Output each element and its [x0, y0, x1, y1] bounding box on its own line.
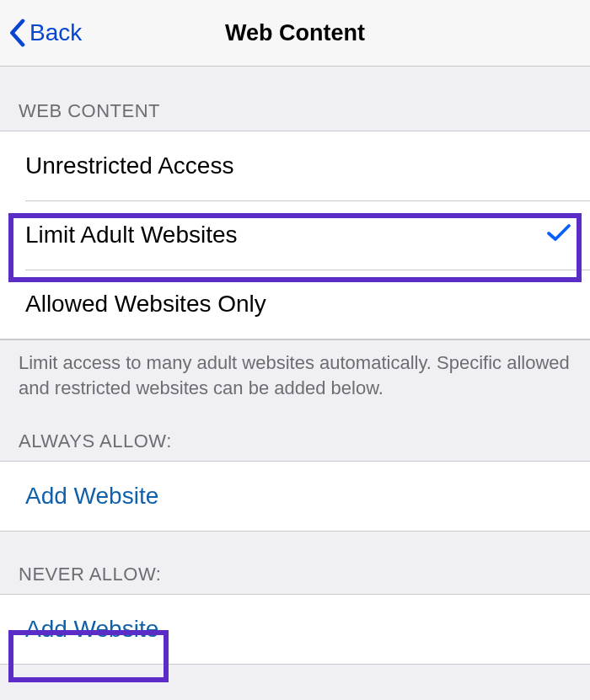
- back-button[interactable]: Back: [8, 19, 82, 47]
- page-title: Web Content: [225, 20, 365, 46]
- section-header-always-allow: ALWAYS ALLOW:: [0, 409, 590, 461]
- section-footer: Limit access to many adult websites auto…: [0, 339, 590, 409]
- option-unrestricted-access[interactable]: Unrestricted Access: [0, 131, 590, 200]
- option-allowed-websites-only[interactable]: Allowed Websites Only: [0, 270, 590, 339]
- option-label: Unrestricted Access: [25, 152, 233, 179]
- options-group: Unrestricted Access Limit Adult Websites…: [0, 131, 590, 339]
- option-label: Allowed Websites Only: [25, 291, 266, 318]
- add-website-always-allow[interactable]: Add Website: [0, 462, 590, 531]
- navbar: Back Web Content: [0, 0, 590, 67]
- option-label: Limit Adult Websites: [25, 222, 238, 248]
- always-allow-group: Add Website: [0, 461, 590, 532]
- add-website-label: Add Website: [25, 616, 158, 643]
- chevron-left-icon: [8, 19, 25, 47]
- never-allow-group: Add Website: [0, 594, 590, 665]
- option-limit-adult-websites[interactable]: Limit Adult Websites: [0, 200, 590, 270]
- add-website-never-allow[interactable]: Add Website: [0, 595, 590, 664]
- section-header-never-allow: NEVER ALLOW:: [0, 532, 590, 594]
- add-website-label: Add Website: [25, 483, 158, 510]
- section-header-web-content: WEB CONTENT: [0, 67, 590, 131]
- checkmark-icon: [546, 222, 571, 248]
- back-label: Back: [30, 19, 82, 46]
